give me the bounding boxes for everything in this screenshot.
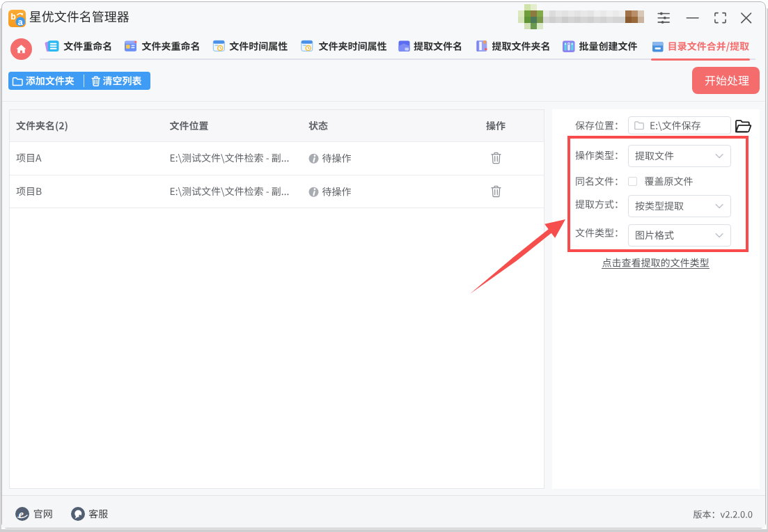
svg-text:e: e xyxy=(19,508,24,520)
svg-text:b: b xyxy=(11,12,16,22)
svg-text:a: a xyxy=(18,17,24,27)
